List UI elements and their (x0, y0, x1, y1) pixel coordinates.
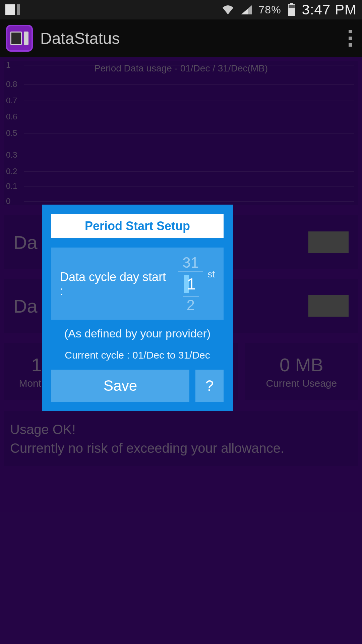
action-bar: DataStatus (0, 19, 362, 57)
ordinal-suffix: st (207, 269, 215, 280)
day-number-picker[interactable]: 31 1 2 (178, 254, 203, 314)
save-button[interactable]: Save (51, 370, 189, 402)
notification-icons (5, 4, 20, 15)
notification-icon (5, 4, 15, 15)
day-picker-row: Data cycle day start : 31 1 2 st (51, 248, 224, 320)
app-title: DataStatus (40, 29, 120, 48)
wifi-icon (221, 4, 235, 15)
picker-label: Data cycle day start : (60, 270, 172, 298)
current-cycle-text: Current cycle : 01/Dec to 31/Dec (51, 350, 224, 361)
svg-rect-2 (289, 5, 295, 8)
battery-icon (287, 3, 296, 16)
period-start-dialog: Period Start Setup Data cycle day start … (42, 205, 233, 411)
signal-icon (241, 4, 253, 15)
dialog-title: Period Start Setup (51, 214, 224, 238)
picker-prev-value[interactable]: 31 (178, 254, 203, 272)
provider-hint: (As defined by your provider) (51, 327, 224, 340)
dialog-actions: Save ? (51, 370, 224, 402)
battery-percent: 78% (259, 4, 281, 16)
clock: 3:47 PM (302, 2, 357, 18)
picker-next-value[interactable]: 2 (183, 296, 199, 314)
help-button[interactable]: ? (195, 370, 224, 402)
picker-current-value[interactable]: 1 (183, 273, 198, 294)
app-icon (6, 25, 33, 52)
overflow-menu-button[interactable] (349, 30, 356, 47)
svg-rect-1 (290, 3, 293, 4)
main-content: Period Data usage - 01/Dec / 31/Dec(MB) … (0, 57, 362, 644)
status-bar: 78% 3:47 PM (0, 0, 362, 19)
notification-icon (17, 4, 20, 15)
